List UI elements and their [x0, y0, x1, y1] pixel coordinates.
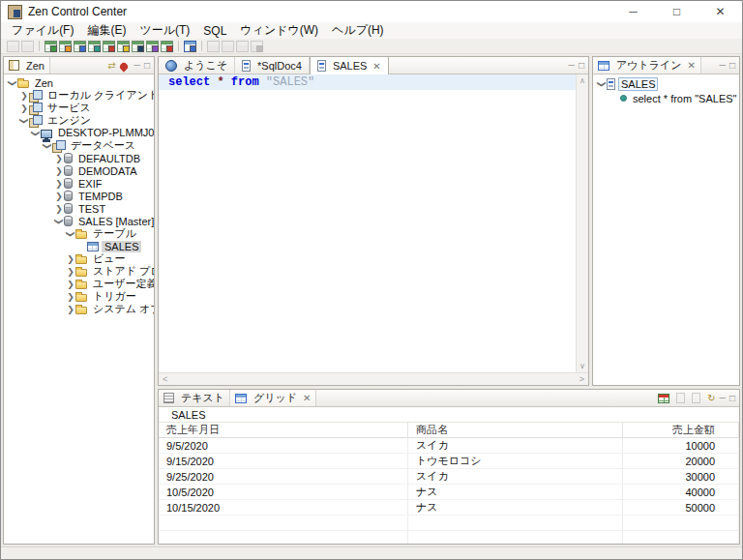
zen-item-EXIF[interactable]: ❯EXIF [4, 177, 154, 190]
menu-item-SQL[interactable]: SQL [196, 24, 233, 38]
cell: ナス [408, 485, 623, 499]
zen-item-システム オブジェクト[interactable]: ❯システム オブジェクト [4, 303, 154, 315]
sql-editor[interactable]: select * from "SALES" [159, 74, 576, 372]
export-grid-icon[interactable] [658, 394, 669, 403]
zen-item-SALES[interactable]: SALES [4, 240, 154, 252]
sql-editor-icon[interactable] [184, 41, 196, 52]
expand-arrow-icon[interactable]: ❯ [19, 103, 29, 113]
open-database-icon[interactable] [59, 41, 72, 52]
editor-tab-SALES[interactable]: SALES✕ [310, 57, 389, 74]
scroll-left-icon[interactable]: < [163, 374, 167, 384]
results-header-icons: ↻ ─ □ [658, 390, 739, 406]
minimize-view-icon[interactable]: ─ [134, 61, 140, 70]
scroll-down-icon[interactable]: ∨ [580, 362, 585, 370]
expand-arrow-icon[interactable]: ❯ [54, 154, 64, 163]
save-result-icon[interactable] [676, 393, 685, 403]
editor-tab-ようこそ[interactable]: ようこそ [159, 57, 235, 74]
close-outline-icon[interactable]: ✕ [688, 60, 696, 71]
zen-item-TEMPDB[interactable]: ❯TEMPDB [4, 190, 154, 202]
right-area: ようこそ*SqlDoc4SALES✕─□ select * from "SALE… [158, 56, 740, 545]
zen-item-データベース[interactable]: ❯データベース [4, 139, 154, 152]
expand-arrow-icon[interactable]: ❯ [66, 280, 75, 289]
refresh-icon[interactable]: ↻ [707, 394, 715, 403]
cell: 40000 [623, 485, 739, 499]
close-tab-icon[interactable]: ✕ [372, 61, 380, 72]
editor-tab-*SqlDoc4[interactable]: *SqlDoc4 [235, 57, 310, 74]
column-header-売上金額[interactable]: 売上金額 [623, 423, 739, 437]
expand-arrow-icon[interactable]: ❯ [31, 129, 41, 138]
tree-item-label: SALES [102, 241, 141, 252]
minimize-button[interactable]: ─ [611, 1, 655, 22]
menu-item-編集(E)[interactable]: 編集(E) [80, 22, 133, 39]
copy-page-icon [236, 41, 249, 52]
new-document-icon[interactable] [117, 41, 130, 52]
maximize-button[interactable]: □ [655, 1, 698, 22]
expand-arrow-icon[interactable]: ❯ [54, 192, 64, 201]
close-button[interactable]: ✕ [698, 1, 742, 22]
comp-icon [29, 90, 42, 102]
folder-icon [75, 294, 87, 302]
results-tab-グリッド[interactable]: グリッド✕ [230, 390, 316, 406]
table-row[interactable]: 9/25/2020スイカ30000 [159, 469, 739, 485]
expand-arrow-icon[interactable]: ❯ [66, 292, 75, 302]
expand-arrow-icon[interactable]: ❯ [8, 78, 17, 88]
maximize-view-icon[interactable]: □ [144, 61, 150, 71]
tab-zen[interactable]: Zen [4, 57, 50, 74]
close-tab-icon[interactable]: ✕ [303, 393, 311, 403]
expand-arrow-icon[interactable]: ❯ [43, 141, 52, 151]
table-row[interactable]: 10/15/2020ナス50000 [159, 500, 739, 516]
scroll-up-icon[interactable]: ∧ [580, 76, 585, 85]
table-row[interactable]: 9/15/2020トウモロコシ20000 [159, 454, 739, 469]
scroll-right-icon[interactable]: > [580, 374, 584, 384]
expand-arrow-icon[interactable]: ❯ [66, 267, 75, 277]
outline-item-select * from "SALES"[interactable]: select * from "SALES" [593, 91, 739, 105]
link-with-editor-icon[interactable]: ⇄ [107, 61, 115, 71]
expand-arrow-icon[interactable]: ❯ [19, 91, 29, 101]
zen-item-テーブル[interactable]: ❯テーブル [4, 227, 154, 240]
window-controls: ─ □ ✕ [611, 1, 742, 22]
maximize-view-icon[interactable]: □ [729, 394, 735, 403]
expand-arrow-icon[interactable]: ❯ [66, 229, 75, 239]
minimize-view-icon[interactable]: ─ [720, 394, 726, 402]
comp-icon [52, 140, 65, 152]
menu-item-ヘルプ(H)[interactable]: ヘルプ(H) [325, 22, 391, 39]
import-data-icon[interactable] [74, 41, 86, 52]
validate-document-icon[interactable] [132, 41, 144, 52]
expand-arrow-icon[interactable]: ❯ [54, 204, 64, 214]
expand-arrow-icon[interactable]: ❯ [54, 166, 64, 176]
copy-result-icon[interactable] [692, 393, 700, 403]
dot-icon [620, 95, 627, 102]
export-data-icon[interactable] [88, 41, 101, 52]
column-header-商品名[interactable]: 商品名 [408, 423, 623, 437]
menu-item-ウィンドウ(W)[interactable]: ウィンドウ(W) [233, 22, 325, 39]
expand-arrow-icon[interactable]: ❯ [19, 116, 29, 126]
minimize-view-icon[interactable]: ─ [569, 61, 575, 70]
zen-item-TEST[interactable]: ❯TEST [4, 202, 154, 215]
editor-vertical-scrollbar[interactable]: ∧ ∨ [576, 74, 588, 372]
outline-item-SALES[interactable]: ❯SALES [593, 76, 739, 91]
new-database-icon[interactable] [45, 41, 57, 52]
expand-arrow-icon[interactable]: ❯ [66, 254, 75, 264]
table-row[interactable]: 10/5/2020ナス40000 [159, 485, 739, 500]
sql-token: "SALES" [266, 75, 314, 89]
editor-horizontal-scrollbar[interactable]: < > [159, 372, 588, 385]
expand-arrow-icon[interactable]: ❯ [54, 179, 64, 189]
expand-arrow-icon[interactable]: ❯ [597, 79, 607, 89]
minimize-view-icon[interactable]: ─ [720, 61, 726, 70]
new-group-icon[interactable] [161, 41, 173, 52]
menu-item-ファイル(F)[interactable]: ファイル(F) [5, 22, 80, 39]
new-user-icon[interactable] [146, 41, 159, 52]
pin-icon[interactable] [118, 61, 129, 72]
menu-item-ツール(T)[interactable]: ツール(T) [133, 22, 196, 39]
tab-outline[interactable]: アウトライン ✕ [593, 57, 701, 74]
expand-arrow-icon[interactable]: ❯ [66, 305, 75, 314]
expand-arrow-icon[interactable]: ❯ [54, 217, 64, 226]
check-database-icon[interactable] [103, 41, 115, 52]
zen-item-DEFAULTDB[interactable]: ❯DEFAULTDB [4, 152, 154, 164]
column-header-売上年月日[interactable]: 売上年月日 [159, 423, 408, 437]
results-tab-テキスト[interactable]: テキスト [159, 390, 230, 406]
table-row[interactable]: 9/5/2020スイカ10000 [159, 438, 739, 454]
maximize-view-icon[interactable]: □ [579, 61, 584, 71]
zen-item-DEMODATA[interactable]: ❯DEMODATA [4, 164, 154, 177]
maximize-view-icon[interactable]: □ [729, 61, 735, 71]
